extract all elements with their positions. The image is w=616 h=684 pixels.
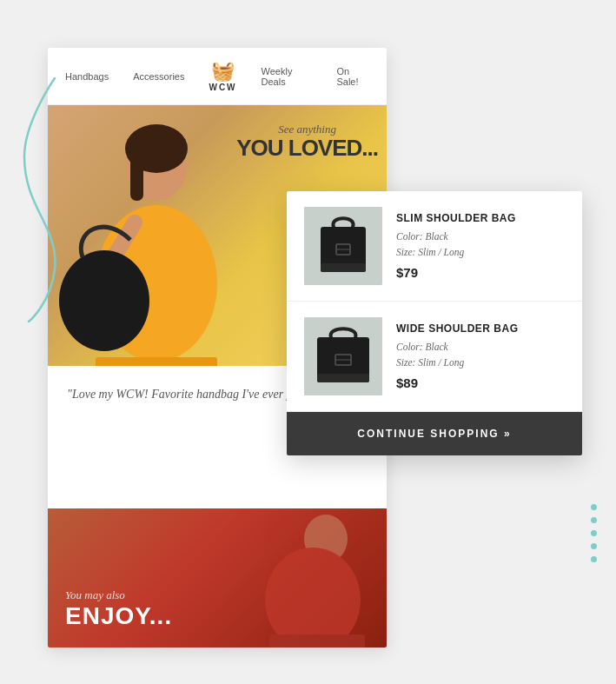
- product-name-1: SLIM SHOULDER BAG: [396, 212, 565, 224]
- product-name-2: WIDE SHOULDER BAG: [396, 322, 565, 335]
- product-details-1: SLIM SHOULDER BAG Color: Black Size: Sli…: [396, 212, 565, 281]
- product-item-1: SLIM SHOULDER BAG Color: Black Size: Sli…: [287, 191, 582, 302]
- product-image-1: [304, 207, 382, 285]
- site-navigation: Handbags Accessories 🧺 WCW Weekly Deals …: [48, 48, 387, 105]
- svg-rect-3: [130, 149, 143, 201]
- logo-basket-icon: 🧺: [211, 60, 235, 83]
- hero-you-loved-text: YOU LOVED...: [236, 136, 378, 159]
- cart-popup-card: SLIM SHOULDER BAG Color: Black Size: Sli…: [287, 191, 582, 455]
- dot-2: [591, 517, 597, 523]
- svg-rect-11: [321, 263, 366, 272]
- svg-rect-15: [317, 374, 369, 382]
- product-image-2: [304, 317, 382, 395]
- nav-accessories[interactable]: Accessories: [133, 71, 184, 82]
- dot-4: [591, 543, 597, 549]
- svg-rect-9: [269, 634, 365, 647]
- dot-3: [591, 530, 597, 536]
- product-size-2: Size: Slim / Long: [396, 355, 565, 370]
- product-price-2: $89: [396, 375, 565, 390]
- decorative-dots: [591, 504, 597, 562]
- hero-text-area: See anything YOU LOVED...: [236, 123, 378, 159]
- logo-text: WCW: [209, 83, 236, 92]
- svg-rect-6: [96, 357, 217, 366]
- nav-handbags[interactable]: Handbags: [65, 71, 109, 82]
- enjoy-section: You may also ENJOY...: [48, 508, 387, 647]
- nav-on-sale[interactable]: On Sale!: [336, 66, 369, 87]
- nav-logo: 🧺 WCW: [209, 60, 236, 92]
- product-price-1: $79: [396, 265, 565, 280]
- product-color-2: Color: Black: [396, 339, 565, 355]
- wide-shoulder-bag-image: [312, 322, 374, 391]
- hero-woman-illustration: [56, 110, 256, 366]
- svg-point-8: [265, 548, 361, 647]
- slim-shoulder-bag-image: [312, 211, 374, 281]
- teal-curve-decoration: [16, 70, 68, 330]
- continue-shopping-button[interactable]: CONTINUE SHOPPING »: [287, 412, 582, 455]
- product-color-1: Color: Black: [396, 229, 565, 244]
- product-item-2: WIDE SHOULDER BAG Color: Black Size: Sli…: [287, 302, 582, 412]
- dot-1: [591, 504, 597, 510]
- product-details-2: WIDE SHOULDER BAG Color: Black Size: Sli…: [396, 322, 565, 391]
- product-size-1: Size: Slim / Long: [396, 244, 565, 260]
- svg-point-5: [59, 250, 149, 351]
- nav-weekly-deals[interactable]: Weekly Deals: [262, 66, 313, 87]
- enjoy-woman-illustration: [213, 513, 387, 647]
- dot-5: [591, 556, 597, 562]
